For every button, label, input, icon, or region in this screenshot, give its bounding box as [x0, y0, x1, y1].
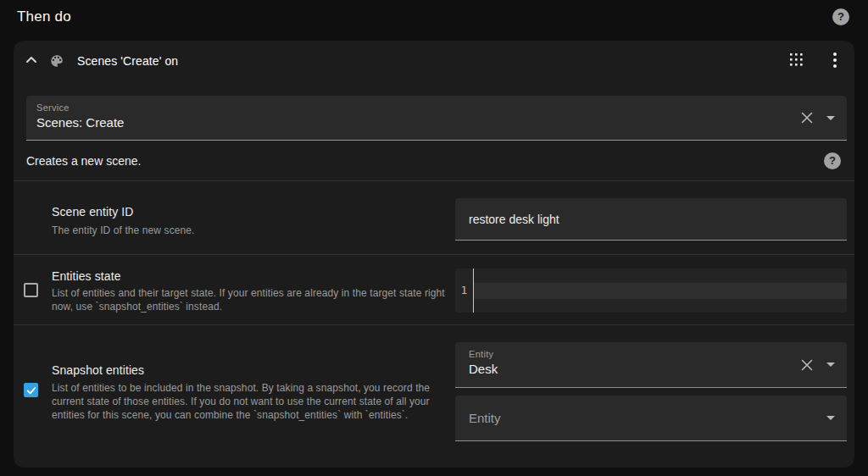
param-row-entities-state: Entities state List of entities and thei…	[14, 255, 854, 324]
chevron-down-icon[interactable]	[826, 363, 835, 367]
grid-icon	[790, 53, 803, 69]
chevron-down-icon[interactable]	[826, 116, 835, 120]
param-description: List of entities and their target state.…	[52, 287, 448, 314]
param-description: The entity ID of the new scene.	[52, 224, 448, 238]
service-description: Creates a new scene.	[26, 154, 141, 168]
entities-state-checkbox[interactable]	[24, 283, 38, 297]
param-title: Scene entity ID	[52, 205, 448, 219]
editor-active-line	[474, 283, 847, 299]
action-card-header: Scenes 'Create' on	[14, 41, 854, 81]
editor-cursor	[473, 268, 474, 313]
entity-picker-value: Desk	[469, 362, 771, 376]
entities-state-yaml-editor[interactable]: 1	[455, 268, 847, 313]
editor-line-number: 1	[455, 268, 473, 313]
scene-entity-id-input[interactable]	[455, 198, 847, 241]
param-title: Snapshot entities	[52, 363, 448, 377]
service-help-icon[interactable]: ?	[824, 152, 841, 169]
param-row-scene-entity-id: Scene entity ID The entity ID of the new…	[14, 181, 854, 254]
collapse-button[interactable]	[24, 53, 39, 69]
entity-picker-label: Entity	[469, 349, 771, 359]
action-card: Scenes 'Create' on Service Scenes: Creat…	[14, 41, 854, 468]
param-title: Entities state	[52, 269, 448, 283]
page-header: Then do ?	[0, 0, 868, 34]
palette-icon	[49, 53, 64, 69]
service-description-row: Creates a new scene. ?	[14, 141, 854, 180]
param-row-snapshot-entities: Snapshot entities List of entities to be…	[14, 325, 854, 468]
entity-picker-empty[interactable]: Entity	[455, 396, 847, 441]
param-description: List of entities to be included in the s…	[52, 382, 448, 422]
entity-picker-placeholder: Entity	[469, 411, 501, 425]
service-picker-value: Scenes: Create	[36, 115, 771, 130]
snapshot-entities-checkbox[interactable]	[24, 383, 38, 397]
service-picker-label: Service	[36, 102, 771, 113]
chevron-up-icon	[25, 53, 38, 69]
clear-icon[interactable]	[801, 112, 813, 124]
chevron-down-icon[interactable]	[826, 416, 835, 420]
service-picker[interactable]: Service Scenes: Create	[26, 96, 847, 141]
help-icon[interactable]: ?	[832, 8, 849, 25]
page-title: Then do	[17, 8, 71, 25]
card-title: Scenes 'Create' on	[77, 54, 178, 68]
overflow-menu-button[interactable]	[829, 53, 841, 69]
entity-picker-desk[interactable]: Entity Desk	[455, 342, 847, 388]
kebab-menu-icon	[832, 52, 837, 71]
reorder-button[interactable]	[788, 53, 804, 69]
clear-icon[interactable]	[801, 359, 813, 371]
